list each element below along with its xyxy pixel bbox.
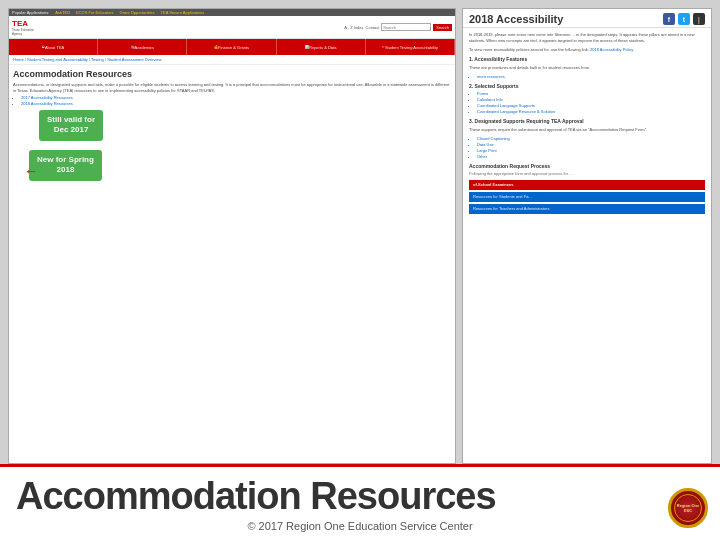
nav-tab-about-label: About TEA <box>45 45 64 50</box>
right-bullet-other: Other <box>477 154 705 160</box>
right-panel-header: 2018 Accessibility f t | <box>463 9 711 28</box>
new-spring-line2: 2018 <box>57 165 75 174</box>
nav-tab-testing[interactable]: ✏ Student Testing Accountability <box>366 39 455 55</box>
section-1-bullets: more resources <box>469 74 705 80</box>
main-title: Accommodation Resources <box>16 475 704 518</box>
browser-area: Popular Applications: AskTED ECOS For Ed… <box>0 0 720 464</box>
right-panel-title: 2018 Accessibility <box>469 13 563 25</box>
callout-new-spring: New for Spring 2018 <box>29 150 102 181</box>
highlight-box-3: Resources for Teachers and Administrator… <box>469 204 705 214</box>
social-icons: f t | <box>663 13 705 25</box>
bullet-list: 2017 Accessibility Resources 2018 Access… <box>13 95 451 106</box>
right-bullet-item: more resources <box>477 74 705 80</box>
grant-link[interactable]: Grant Opportunities <box>120 10 155 15</box>
section-3-content: These supports require the submission an… <box>469 127 705 133</box>
content-area: Accommodation Resources Accommodations, … <box>9 65 455 111</box>
right-panel: 2018 Accessibility f t | In 2018-2019, p… <box>462 8 712 464</box>
facebook-icon[interactable]: f <box>663 13 675 25</box>
bullet-item-2[interactable]: 2018 Accessibility Resources <box>21 101 451 106</box>
region-one-seal: Region One ESC <box>668 488 708 528</box>
seal-inner: Region One ESC <box>674 494 702 522</box>
bottom-title-bar: Accommodation Resources © 2017 Region On… <box>0 464 720 540</box>
still-valid-line2: Dec 2017 <box>54 125 89 134</box>
popular-apps-label: Popular Applications: <box>12 10 49 15</box>
section-2-bullets: Forms Calculator Info Coordinated Langua… <box>469 91 705 115</box>
footer-text: © 2017 Region One Education Service Cent… <box>16 518 704 536</box>
nav-tabs: 🏛 About TEA 📚 Academics 💰 Finance & Gran… <box>9 39 455 55</box>
more-icon[interactable]: | <box>693 13 705 25</box>
highlight-box-2: Resources for Students and Fa... <box>469 192 705 202</box>
left-panel: Popular Applications: AskTED ECOS For Ed… <box>8 8 456 464</box>
nav-tab-finance[interactable]: 💰 Finance & Grants <box>187 39 276 55</box>
tea-logo: TEA Texas Education Agency <box>12 18 42 36</box>
tea-logo-text: TEA <box>12 19 42 28</box>
ecos-link[interactable]: ECOS For Educators <box>76 10 114 15</box>
breadcrumb: Home / Student Testing and Accountabilit… <box>9 55 455 65</box>
nav-tab-academics-label: Academics <box>135 45 155 50</box>
secure-apps-link[interactable]: TEA Secure Applications <box>161 10 205 15</box>
twitter-icon[interactable]: t <box>678 13 690 25</box>
accessibility-policy-link[interactable]: 2018 Accessibility Policy <box>590 47 633 52</box>
right-content: In 2018-2019, please note some new come … <box>463 28 711 220</box>
arrow-left-icon: ← <box>24 163 38 179</box>
callout-still-valid: Still valid for Dec 2017 <box>39 110 103 141</box>
az-index-link[interactable]: A - Z Index <box>344 25 363 30</box>
tea-logo-subtext: Texas Education Agency <box>12 28 42 36</box>
nav-tab-testing-label: Student Testing Accountability <box>385 45 438 50</box>
nav-tab-reports[interactable]: 📊 Reports & Data <box>277 39 366 55</box>
section-title-3: 3. Designated Supports Requiring TEA App… <box>469 118 705 126</box>
new-spring-line1: New for Spring <box>37 155 94 164</box>
bullet-item-1[interactable]: 2017 Accessibility Resources <box>21 95 451 100</box>
search-input[interactable] <box>381 23 431 31</box>
seal-text: Region One ESC <box>675 503 701 513</box>
right-bullet-resource: Coordinated Language Resource & Solution <box>477 109 705 115</box>
nav-tab-finance-label: Finance & Grants <box>218 45 249 50</box>
contact-link[interactable]: Contact <box>366 25 380 30</box>
search-bar: A - Z Index Contact Search <box>344 23 452 31</box>
nav-tab-about[interactable]: 🏛 About TEA <box>9 39 98 55</box>
slide-container: Popular Applications: AskTED ECOS For Ed… <box>0 0 720 540</box>
section-3-bullets: Closed Captioning Data Use Large Print O… <box>469 136 705 160</box>
accommodation-request-text: Following the appropriate form and appro… <box>469 171 705 177</box>
highlight-box-1: of-School Examinees <box>469 180 705 190</box>
tea-logo-bar: TEA Texas Education Agency A - Z Index C… <box>9 16 455 39</box>
left-content-text: Accommodations, or designated supports a… <box>13 82 451 93</box>
askt-ed-link[interactable]: AskTED <box>55 10 70 15</box>
section-title-1: 1. Accessibility Features <box>469 56 705 64</box>
accommodation-request-title: Accommodation Request Process <box>469 163 705 171</box>
still-valid-line1: Still valid for <box>47 115 95 124</box>
section-1-content: These are procedures and details built i… <box>469 65 705 71</box>
section-title-2: 2. Selected Supports <box>469 83 705 91</box>
right-body-text: In 2018-2019, please note some new come … <box>469 32 705 44</box>
breadcrumb-text: Home / Student Testing and Accountabilit… <box>13 57 161 62</box>
search-button[interactable]: Search <box>433 24 452 31</box>
nav-tab-academics[interactable]: 📚 Academics <box>98 39 187 55</box>
left-page-title: Accommodation Resources <box>13 69 451 79</box>
nav-tab-reports-label: Reports & Data <box>309 45 336 50</box>
